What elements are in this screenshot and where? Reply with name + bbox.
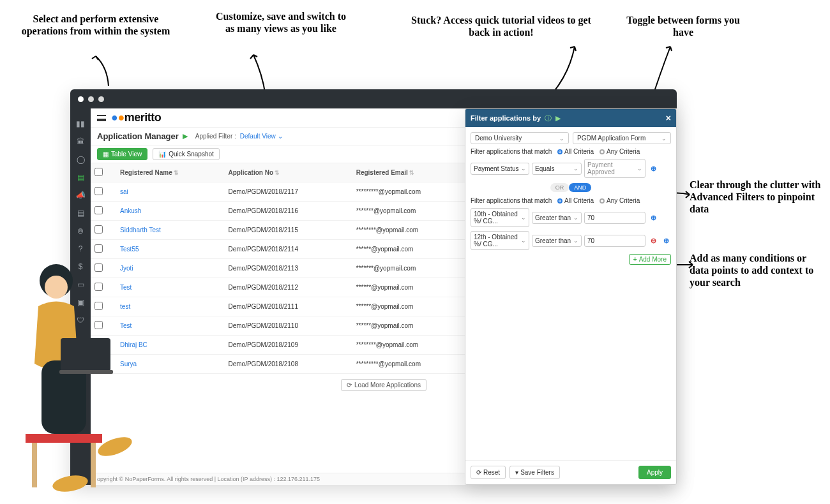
operator-select[interactable]: Greater than⌄ — [532, 235, 582, 247]
svg-rect-0 — [26, 434, 102, 443]
add-condition-icon[interactable]: ⊕ — [661, 235, 671, 246]
operator-select[interactable]: Greater than⌄ — [532, 212, 582, 224]
svg-rect-1 — [32, 443, 37, 487]
application-no: Demo/PGDM/2018/2112 — [224, 278, 352, 297]
view-dropdown[interactable]: Default View ⌄ — [240, 133, 283, 140]
window-dot — [78, 96, 84, 102]
filter-panel-header: Filter applications by ⓘ ▶ × — [465, 109, 676, 127]
row-checkbox[interactable] — [94, 206, 103, 214]
applied-filter-label: Applied Filter : — [195, 133, 236, 140]
reset-button[interactable]: ⟳ Reset — [471, 466, 506, 479]
applicant-name-link[interactable]: Ankush — [120, 207, 141, 214]
field-select[interactable]: Payment Status⌄ — [471, 163, 529, 175]
sort-icon: ⇅ — [409, 170, 414, 176]
annotation-toggle-forms: Toggle between forms you have — [626, 14, 741, 38]
load-more-button[interactable]: ⟳ Load More Applications — [341, 379, 426, 391]
university-select[interactable]: Demo University⌄ — [471, 132, 569, 144]
sidenav-item[interactable]: ⊚ — [70, 222, 91, 240]
value-input[interactable]: 70 — [584, 235, 645, 247]
radio-any-criteria[interactable] — [600, 149, 605, 154]
filter-condition-row: Payment Status⌄ Equals⌄ Payment Approved… — [471, 159, 671, 178]
radio-all-criteria[interactable] — [557, 149, 562, 154]
value-select[interactable]: Payment Approved⌄ — [584, 159, 645, 178]
sidenav-item[interactable]: ◯ — [70, 151, 91, 168]
logo: ●●meritto — [111, 111, 161, 124]
applicant-name-link[interactable]: Siddharth Test — [120, 226, 161, 233]
annotation-advanced-filters: Clear through the clutter with Advanced … — [690, 179, 824, 216]
annotation-views: Customize, save and switch to as many vi… — [211, 10, 351, 34]
table-view-button[interactable]: ▦ Table View — [97, 148, 147, 160]
filter-condition-row: 10th - Obtained %/ CG...⌄ Greater than⌄ … — [471, 208, 671, 227]
filter-panel: Filter applications by ⓘ ▶ × Demo Univer… — [465, 108, 677, 485]
annotation-add-conditions: Add as many conditions or data points to… — [690, 252, 824, 289]
add-condition-icon[interactable]: ⊕ — [648, 163, 658, 174]
value-input[interactable]: 70 — [584, 212, 645, 224]
remove-condition-icon[interactable]: ⊖ — [648, 235, 658, 246]
tutorial-play-icon[interactable]: ▶ — [183, 132, 188, 140]
match-criteria-row: Filter applications that match All Crite… — [471, 197, 671, 204]
chevron-down-icon: ⌄ — [559, 135, 564, 142]
application-no: Demo/PGDM/2018/2114 — [224, 240, 352, 259]
page-title: Application Manager — [97, 131, 179, 141]
and-pill[interactable]: AND — [569, 183, 591, 192]
select-all-checkbox[interactable] — [94, 168, 103, 176]
add-condition-icon[interactable]: ⊕ — [648, 212, 658, 223]
application-no: Demo/PGDM/2018/2117 — [224, 182, 352, 202]
sidenav-item[interactable]: ▤ — [70, 204, 91, 222]
application-no: Demo/PGDM/2018/2116 — [224, 202, 352, 221]
chevron-down-icon: ⌄ — [661, 135, 667, 142]
filter-panel-title: Filter applications by — [471, 114, 541, 122]
save-filters-button[interactable]: ▾ Save Filters — [509, 466, 560, 479]
row-checkbox[interactable] — [94, 225, 103, 233]
col-name[interactable]: Registered Name⇅ — [116, 163, 224, 182]
svg-rect-2 — [91, 443, 96, 487]
hamburger-icon[interactable] — [97, 115, 106, 121]
sort-icon: ⇅ — [275, 170, 280, 176]
application-no: Demo/PGDM/2018/2113 — [224, 259, 352, 278]
sidenav-item[interactable]: ▤ — [70, 168, 91, 186]
add-more-button[interactable]: +Add More — [629, 254, 671, 265]
svg-rect-6 — [61, 338, 110, 371]
application-no: Demo/PGDM/2018/2115 — [224, 221, 352, 240]
field-select[interactable]: 12th - Obtained %/ CG...⌄ — [471, 231, 529, 250]
tutorial-play-icon[interactable]: ▶ — [555, 114, 561, 122]
quick-snapshot-button[interactable]: 📊 Quick Snapshot — [153, 148, 220, 160]
window-dot — [88, 96, 94, 102]
sort-icon: ⇅ — [174, 170, 179, 176]
window-titlebar — [70, 89, 677, 108]
applicant-name-link[interactable]: sai — [120, 188, 128, 195]
annotation-tutorials: Stuck? Access quick tutorial videos to g… — [409, 14, 594, 38]
apply-button[interactable]: Apply — [638, 466, 671, 479]
radio-all-criteria[interactable] — [557, 198, 562, 204]
match-criteria-row: Filter applications that match All Crite… — [471, 148, 671, 155]
operator-select[interactable]: Equals⌄ — [532, 163, 582, 175]
svg-point-9 — [51, 473, 89, 494]
row-checkbox[interactable] — [94, 187, 103, 195]
svg-rect-7 — [59, 370, 113, 374]
application-no: Demo/PGDM/2018/2111 — [224, 297, 352, 316]
sidenav-item[interactable]: 📣 — [70, 186, 91, 204]
form-select[interactable]: PGDM Application Form⌄ — [573, 132, 671, 144]
radio-any-criteria[interactable] — [600, 198, 605, 204]
filter-panel-footer: ⟳ Reset ▾ Save Filters Apply — [465, 460, 676, 484]
application-no: Demo/PGDM/2018/2108 — [224, 355, 352, 374]
sidenav-item[interactable]: ▮▮ — [70, 115, 91, 133]
svg-point-4 — [45, 276, 68, 299]
annotation-extensive-ops: Select and perform extensive operations … — [13, 13, 179, 37]
help-icon[interactable]: ⓘ — [545, 114, 552, 123]
and-or-toggle[interactable]: OR AND — [471, 183, 671, 192]
application-no: Demo/PGDM/2018/2109 — [224, 336, 352, 355]
filter-condition-row: 12th - Obtained %/ CG...⌄ Greater than⌄ … — [471, 231, 671, 250]
field-select[interactable]: 10th - Obtained %/ CG...⌄ — [471, 208, 529, 227]
or-pill[interactable]: OR — [550, 183, 570, 192]
chevron-down-icon: ⌄ — [278, 133, 283, 140]
close-icon[interactable]: × — [666, 113, 671, 123]
application-no: Demo/PGDM/2018/2110 — [224, 316, 352, 336]
sidenav-item[interactable]: 🏛 — [70, 133, 91, 151]
window-dot — [98, 96, 104, 102]
illustration-person-laptop — [6, 242, 153, 498]
col-appno[interactable]: Application No⇅ — [224, 163, 352, 182]
